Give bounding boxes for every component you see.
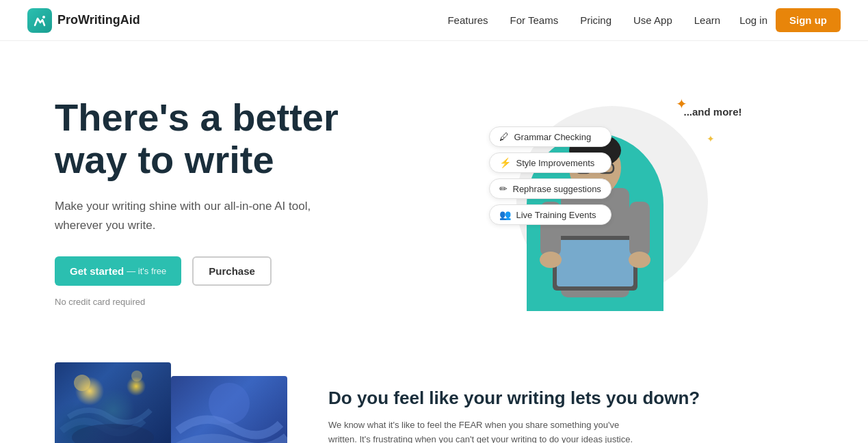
hero-visual: ✦ ✦ ...and more! 🖊 Grammar Checking ⚡ St… — [410, 82, 813, 321]
purchase-button[interactable]: Purchase — [192, 256, 272, 286]
nav-pricing[interactable]: Pricing — [580, 14, 611, 26]
sparkle-icon-1: ✦ — [676, 96, 687, 112]
login-button[interactable]: Log in — [739, 14, 767, 26]
nav-links: Features For Teams Pricing Use App Learn — [447, 14, 720, 27]
hero-illustration: ✦ ✦ ...and more! 🖊 Grammar Checking ⚡ St… — [489, 92, 735, 311]
hero-subtitle: Make your writing shine with our all-in-… — [55, 197, 315, 234]
starry-night-bg-2: My idea in my head — [171, 376, 287, 443]
pill-training: 👥 Live Training Events — [489, 204, 611, 225]
feature-pills: 🖊 Grammar Checking ⚡ Style Improvements … — [489, 126, 611, 225]
artwork-container: My idea in my head — [55, 362, 287, 443]
hero-buttons: Get started — it's free Purchase — [55, 256, 410, 286]
sparkle-icon-2: ✦ — [707, 133, 715, 144]
svg-point-11 — [540, 252, 562, 268]
pill-rephrase: ✏ Rephrase suggestions — [489, 178, 611, 199]
nav-for-teams[interactable]: For Teams — [510, 14, 559, 26]
artwork-card-2: My idea in my head — [171, 376, 287, 443]
nav-use-app[interactable]: Use App — [633, 14, 672, 26]
logo-icon — [27, 8, 52, 33]
navbar: ProWritingAid Features For Teams Pricing… — [0, 0, 868, 41]
artwork-card-1 — [55, 362, 171, 443]
grammar-icon: 🖊 — [499, 131, 509, 142]
section2: My idea in my head Do you feel like your… — [0, 349, 868, 443]
svg-rect-10 — [629, 202, 650, 256]
section2-text: Do you feel like your writing lets you d… — [328, 387, 813, 443]
get-started-button[interactable]: Get started — it's free — [55, 256, 181, 286]
nav-learn[interactable]: Learn — [694, 14, 720, 26]
training-icon: 👥 — [499, 209, 511, 220]
starry-night-bg — [55, 362, 171, 443]
hero-text: There's a better way to write Make your … — [55, 96, 410, 307]
signup-button[interactable]: Sign up — [776, 8, 841, 32]
svg-point-13 — [74, 375, 90, 391]
logo-text: ProWritingAid — [57, 13, 140, 27]
nav-features[interactable]: Features — [447, 14, 488, 26]
logo-link[interactable]: ProWritingAid — [27, 8, 140, 33]
hero-section: There's a better way to write Make your … — [0, 41, 868, 349]
style-icon: ⚡ — [499, 157, 511, 168]
section2-body: We know what it's like to feel the FEAR … — [328, 418, 643, 443]
and-more-label: ...and more! — [683, 106, 741, 118]
rephrase-icon: ✏ — [499, 183, 508, 194]
pill-style: ⚡ Style Improvements — [489, 152, 611, 173]
hero-title: There's a better way to write — [55, 96, 410, 180]
svg-rect-8 — [557, 240, 633, 286]
svg-point-12 — [629, 252, 650, 268]
no-credit-text: No credit card required — [55, 297, 410, 307]
pill-grammar: 🖊 Grammar Checking — [489, 126, 611, 147]
section2-title: Do you feel like your writing lets you d… — [328, 387, 813, 410]
svg-point-0 — [42, 16, 45, 18]
svg-point-14 — [131, 371, 142, 381]
